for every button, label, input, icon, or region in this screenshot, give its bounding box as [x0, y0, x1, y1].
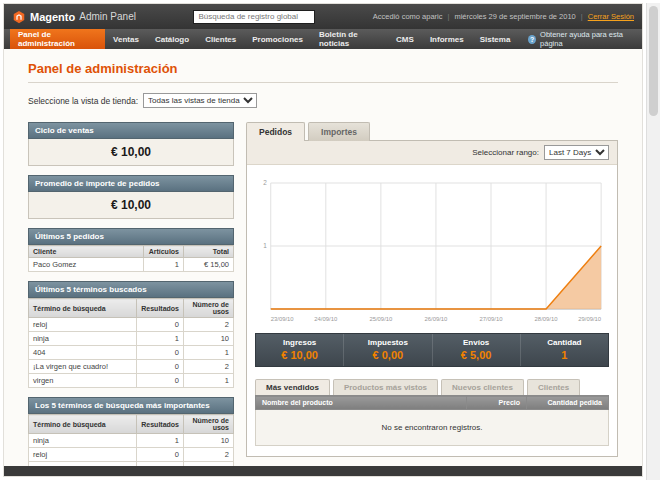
nav-item-catalogo[interactable]: Catálogo	[147, 29, 197, 49]
average-orders-panel: Promedio de importe de pedidos € 10,00	[28, 175, 234, 219]
nav-item-sistema[interactable]: Sistema	[472, 29, 519, 49]
logout-link[interactable]: Cerrar Sesión	[588, 12, 634, 21]
table-row[interactable]: ninja 1 10	[29, 332, 234, 346]
tab-clientes[interactable]: Clientes	[527, 379, 580, 395]
browser-viewport: Magento Admin Panel Accedió como aparic …	[0, 0, 660, 480]
cell-term: ninja	[29, 434, 137, 448]
cell-uses: 10	[184, 332, 234, 346]
logged-in-as: Accedió como aparic	[373, 12, 443, 21]
scrollbar-thumb[interactable]	[649, 6, 658, 116]
vertical-scrollbar[interactable]	[646, 3, 660, 480]
cell-term: reloj	[29, 448, 137, 462]
stat-ingresos: Ingresos € 10,00	[256, 334, 343, 366]
cell-results: 0	[137, 360, 184, 374]
logo-text: Magento	[30, 11, 75, 23]
stat-value: € 0,00	[346, 349, 429, 361]
table-row[interactable]: ¡La virgen que cuadro! 0 2	[29, 360, 234, 374]
header-bar: Magento Admin Panel Accedió como aparic …	[4, 4, 642, 29]
tab-mas-vendidos[interactable]: Más vendidos	[255, 379, 330, 395]
stat-label: Impuestos	[346, 338, 429, 347]
footer-bar	[4, 466, 642, 476]
magento-logo-icon	[12, 10, 26, 24]
table-row[interactable]: reloj 0 2	[29, 448, 234, 462]
table-row[interactable]: reloj 0 2	[29, 318, 234, 332]
store-switcher: Seleccione la vista de tienda: Todas las…	[28, 93, 618, 108]
table-header-row: Término de búsqueda Resultados Número de…	[29, 299, 234, 318]
column-header: Término de búsqueda	[29, 415, 137, 434]
help-label: Obtener ayuda para esta página	[540, 30, 632, 48]
nav-item-boletin[interactable]: Boletín de noticias	[311, 29, 388, 49]
last-orders-panel: Últimos 5 pedidos Cliente Artículos Tota…	[28, 228, 234, 272]
lifetime-sales-value: € 10,00	[28, 139, 234, 166]
products-tabs: Más vendidos Productos más vistos Nuevos…	[247, 367, 617, 395]
nav-item-clientes[interactable]: Clientes	[197, 29, 244, 49]
stats-bar: Ingresos € 10,00 Impuestos € 0,00 Envíos…	[255, 333, 609, 367]
cell-results: 1	[137, 434, 184, 448]
tab-nuevos-clientes[interactable]: Nuevos clientes	[441, 379, 524, 395]
svg-text:27/09/10: 27/09/10	[480, 316, 504, 322]
table-row[interactable]: virgen 0 1	[29, 374, 234, 388]
svg-text:1: 1	[263, 242, 267, 249]
nav-item-dashboard[interactable]: Panel de administración	[10, 29, 105, 49]
tab-pedidos[interactable]: Pedidos	[246, 122, 305, 141]
bestsellers-table: Nombre del producto Precio Cantidad pedi…	[255, 395, 609, 446]
dashboard-main: Pedidos Importes Seleccionar rango: Last…	[246, 122, 618, 466]
column-header: Precio	[467, 396, 527, 410]
top-search-terms-panel: Los 5 términos de búsqueda más important…	[28, 397, 234, 466]
logo-subtitle: Admin Panel	[79, 11, 136, 22]
nav-item-cms[interactable]: CMS	[388, 29, 422, 49]
cell-term: ¡La virgen que cuadro!	[29, 360, 137, 374]
nav-item-informes[interactable]: Informes	[422, 29, 472, 49]
orders-tabs: Pedidos Importes	[246, 122, 618, 141]
cell-total: € 15,00	[184, 258, 234, 272]
svg-text:25/09/10: 25/09/10	[369, 316, 393, 322]
stat-cantidad: Cantidad 1	[520, 334, 608, 366]
store-view-select[interactable]: Todas las vistas de tienda	[143, 93, 257, 108]
panel-title: Últimos 5 pedidos	[28, 228, 234, 245]
stat-value: € 10,00	[258, 349, 341, 361]
lifetime-sales-panel: Ciclo de ventas € 10,00	[28, 122, 234, 166]
stat-value: 1	[523, 349, 606, 361]
table-row[interactable]: Paco Gomez 1 € 15,00	[29, 258, 234, 272]
page-help-link[interactable]: ? Obtener ayuda para esta página	[518, 29, 642, 49]
empty-row: No se encontraron registros.	[256, 410, 609, 446]
svg-text:28/09/10: 28/09/10	[535, 316, 559, 322]
header-separator: |	[581, 12, 583, 21]
column-header: Término de búsqueda	[29, 299, 137, 318]
stat-impuestos: Impuestos € 0,00	[343, 334, 431, 366]
range-select[interactable]: Last 7 Days	[544, 145, 609, 160]
cell-results: 0	[137, 448, 184, 462]
top-search-terms-table: Término de búsqueda Resultados Número de…	[28, 414, 234, 466]
last-orders-table: Cliente Artículos Total Paco Gomez 1 € 1…	[28, 245, 234, 272]
tab-productos-mas-vistos[interactable]: Productos más vistos	[333, 379, 438, 395]
column-header: Artículos	[144, 246, 184, 258]
column-header: Cliente	[29, 246, 144, 258]
header-user-info: Accedió como aparic | miércoles 29 de se…	[373, 12, 634, 21]
cell-term: 404	[29, 346, 137, 360]
table-row[interactable]: ninja 1 10	[29, 434, 234, 448]
main-nav: Panel de administración Ventas Catálogo …	[4, 29, 642, 49]
column-header: Nombre del producto	[256, 396, 467, 410]
chart-container: 1223/09/1024/09/1025/09/1026/09/1027/09/…	[247, 165, 617, 327]
title-divider	[28, 82, 618, 83]
dashboard-columns: Ciclo de ventas € 10,00 Promedio de impo…	[28, 122, 618, 466]
global-search-input[interactable]	[193, 10, 315, 24]
svg-text:2: 2	[263, 179, 267, 186]
cell-term: ninja	[29, 332, 137, 346]
tab-importes[interactable]: Importes	[308, 122, 370, 141]
dashboard-sidebar: Ciclo de ventas € 10,00 Promedio de impo…	[28, 122, 234, 466]
table-row[interactable]: 404 0 1	[29, 346, 234, 360]
help-icon: ?	[528, 35, 536, 44]
orders-panel: Seleccionar rango: Last 7 Days 1223/09/1…	[246, 140, 618, 457]
orders-chart: 1223/09/1024/09/1025/09/1026/09/1027/09/…	[255, 175, 609, 325]
column-header: Total	[184, 246, 234, 258]
column-header: Número de usos	[184, 415, 234, 434]
range-selector-row: Seleccionar rango: Last 7 Days	[247, 141, 617, 165]
nav-item-ventas[interactable]: Ventas	[105, 29, 147, 49]
column-header: Número de usos	[184, 299, 234, 318]
last-search-terms-panel: Últimos 5 términos buscados Término de b…	[28, 281, 234, 388]
column-header: Resultados	[137, 415, 184, 434]
table-header-row: Nombre del producto Precio Cantidad pedi…	[256, 396, 609, 410]
magento-logo: Magento Admin Panel	[12, 10, 136, 24]
nav-item-promociones[interactable]: Promociones	[244, 29, 311, 49]
